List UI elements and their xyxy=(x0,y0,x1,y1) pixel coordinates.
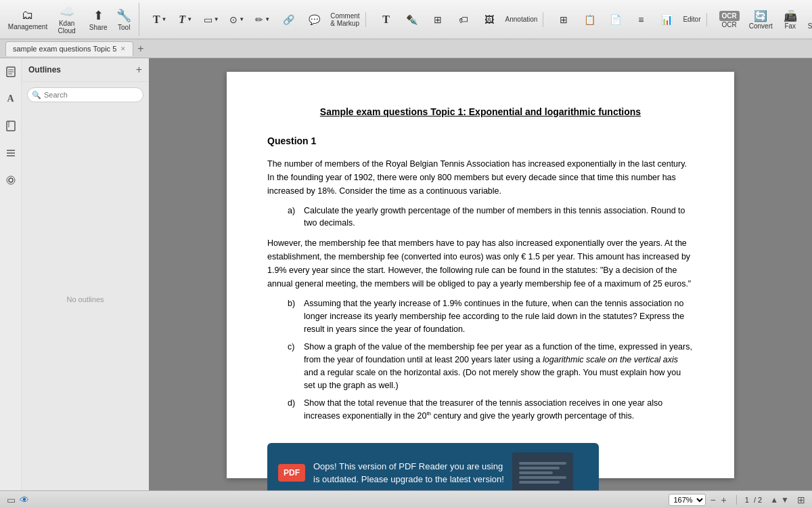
circle-tool-button[interactable]: ⊙ ▼ xyxy=(225,13,249,26)
page-up-button[interactable]: ▲ xyxy=(770,495,778,505)
upgrade-line2: is outdated. Please upgrade to the lates… xyxy=(313,473,504,486)
toolbar-group-markup: T ▼ T ▼ ▭ ▼ ⊙ ▼ ✏ ▼ xyxy=(145,12,365,27)
sidebar-icon-text[interactable]: A xyxy=(3,91,19,107)
annotation-pen-button[interactable]: ✒️ xyxy=(400,13,424,26)
kdan-cloud-button[interactable]: ☁️ Kdan Cloud xyxy=(49,3,85,36)
ocr-button[interactable]: OCR OCR xyxy=(715,9,744,30)
zoom-select[interactable]: 167% 100% 125% 150% 200% xyxy=(669,494,706,506)
toolbar-group-editor: ⊞ 📋 📄 ≡ 📊 Editor xyxy=(549,13,706,26)
pdf-icon: PDF xyxy=(278,464,305,482)
management-button[interactable]: 🗂 Management xyxy=(8,7,47,32)
list-item-a: a) Calculate the yearly growth percentag… xyxy=(288,205,694,230)
sidebar-search-icon: 🔍 xyxy=(32,91,41,100)
sidebar-search-input[interactable] xyxy=(27,87,143,102)
annotation-image-button[interactable]: 🖼 xyxy=(477,13,501,26)
sidebar-add-button[interactable]: + xyxy=(136,64,142,76)
sidebar-icon-pages[interactable] xyxy=(3,64,19,80)
editor-doc-button[interactable]: 📋 xyxy=(577,13,602,26)
upgrade-line1: Oops! This version of PDF Reader you are… xyxy=(313,460,504,473)
editor-green-button[interactable]: 📊 xyxy=(654,13,679,26)
shape-tool-button[interactable]: ▭ ▼ xyxy=(199,13,223,26)
toolbar-group-management: 🗂 Management ☁️ Kdan Cloud ⬆ Share 🔧 Too… xyxy=(5,3,139,36)
main-area: A Outlines + 🔍 No outlines xyxy=(0,58,812,490)
status-separator xyxy=(736,495,737,505)
page-separator: / 2 xyxy=(752,496,762,504)
zoom-in-button[interactable]: + xyxy=(720,494,728,505)
tab-document[interactable]: sample exam questions Topic 5 ✕ xyxy=(5,41,133,56)
eye-icon[interactable]: 👁 xyxy=(20,494,29,505)
upgrade-screenshot xyxy=(512,452,573,490)
annotation-text-button[interactable]: T xyxy=(374,12,399,27)
fax-button[interactable]: 📠 Fax xyxy=(778,8,803,31)
status-right: 167% 100% 125% 150% 200% − + 1 / 2 ▲ ▼ ⊞ xyxy=(669,494,805,506)
upgrade-text: Oops! This version of PDF Reader you are… xyxy=(313,460,504,486)
sidebar-main-panel: Outlines + 🔍 No outlines xyxy=(22,58,149,490)
zoom-out-button[interactable]: − xyxy=(708,494,717,505)
list-letter-d: d) xyxy=(288,397,304,423)
comment-tool-button[interactable]: 💬 xyxy=(302,13,326,26)
no-outlines-label: No outlines xyxy=(66,295,104,303)
paragraph-1: The number of members of the Royal Belgi… xyxy=(267,157,694,198)
page-current: 1 xyxy=(745,496,749,504)
sidebar-icon-panel: A xyxy=(0,58,22,490)
expand-icon[interactable]: ⊞ xyxy=(797,494,805,505)
sidebar-toggle-icon[interactable]: ▭ xyxy=(7,494,16,505)
sidebar-content: No outlines xyxy=(22,108,149,490)
annotation-table-button[interactable]: ⊞ xyxy=(426,13,450,26)
toolbar-group-annotation: T ✒️ ⊞ 🏷 🖼 Annotation xyxy=(371,12,544,27)
status-left: ▭ 👁 xyxy=(7,494,29,505)
convert-button[interactable]: 🔄 Convert xyxy=(745,8,777,31)
share-button[interactable]: ⬆ Share xyxy=(86,7,110,33)
list-letter-a: a) xyxy=(288,205,304,230)
list-item-c: c) Show a graph of the value of the memb… xyxy=(288,341,694,391)
pen-tool-button[interactable]: ✏ ▼ xyxy=(250,13,275,26)
text-tool-button[interactable]: T ▼ xyxy=(148,12,172,27)
svg-rect-4 xyxy=(7,121,15,131)
editor-blue-button[interactable]: 📄 xyxy=(603,13,627,26)
list-text-d: Show that the total revenue that the tre… xyxy=(304,397,694,423)
sidebar-title: Outlines xyxy=(28,65,61,75)
tab-close-button[interactable]: ✕ xyxy=(120,45,126,52)
document-list: b) Assuming that the yearly increase of … xyxy=(288,297,694,423)
sidebar-header: Outlines + xyxy=(22,58,149,82)
screenshot-decoration xyxy=(519,462,566,484)
tab-add-button[interactable]: + xyxy=(137,43,143,55)
list-text-b: Assuming that the yearly increase of 1.9… xyxy=(304,297,694,335)
svg-point-9 xyxy=(9,178,13,182)
editor-grid-button[interactable]: ⊞ xyxy=(551,13,576,26)
tool-button[interactable]: 🔧 Tool xyxy=(112,7,136,33)
link-tool-button[interactable]: 🔗 xyxy=(276,13,300,26)
document-area[interactable]: Sample exam questions Topic 1: Exponenti… xyxy=(149,58,812,490)
list-text-c: Show a graph of the value of the members… xyxy=(304,341,694,391)
list-text-a: Calculate the yearly growth percentage o… xyxy=(304,205,694,230)
sidebar-icon-outlines[interactable] xyxy=(3,145,19,161)
editor-list-button[interactable]: ≡ xyxy=(629,13,653,26)
list-item-b: b) Assuming that the yearly increase of … xyxy=(288,297,694,335)
annotation-stamp-button[interactable]: 🏷 xyxy=(451,13,476,26)
sidebar: A Outlines + 🔍 No outlines xyxy=(0,58,149,490)
question-1-title: Question 1 xyxy=(267,135,694,146)
status-bar: ▭ 👁 167% 100% 125% 150% 200% − + 1 / 2 ▲… xyxy=(0,490,812,508)
list-item-d: d) Show that the total revenue that the … xyxy=(288,397,694,423)
document-title: Sample exam questions Topic 1: Exponenti… xyxy=(267,106,694,119)
sidebar-icon-bookmarks[interactable] xyxy=(3,118,19,134)
toolbar-group-actions: OCR OCR 🔄 Convert 📠 Fax 🔍 Search xyxy=(713,8,812,31)
tab-label: sample exam questions Topic 5 xyxy=(13,45,116,53)
document-body: The number of members of the Royal Belgi… xyxy=(267,157,694,423)
editor-label: Editor xyxy=(680,16,703,23)
sidebar-search-container: 🔍 xyxy=(27,87,143,102)
font-tool-button[interactable]: T ▼ xyxy=(173,12,198,27)
annotation-label: Annotation xyxy=(503,16,541,23)
search-button[interactable]: 🔍 Search xyxy=(804,8,812,31)
list-letter-c: c) xyxy=(288,341,304,391)
sidebar-icon-settings[interactable] xyxy=(3,172,19,188)
tab-bar: sample exam questions Topic 5 ✕ + xyxy=(0,39,812,58)
comment-markup-label: Comment & Markup xyxy=(328,12,362,27)
document-page: Sample exam questions Topic 1: Exponenti… xyxy=(227,72,734,478)
list-letter-b: b) xyxy=(288,297,304,335)
svg-point-10 xyxy=(7,176,15,184)
upgrade-banner[interactable]: PDF Oops! This version of PDF Reader you… xyxy=(267,443,599,490)
page-down-button[interactable]: ▼ xyxy=(781,495,789,505)
paragraph-2: However, the membership fee that members… xyxy=(267,236,694,291)
toolbar: 🗂 Management ☁️ Kdan Cloud ⬆ Share 🔧 Too… xyxy=(0,0,812,39)
